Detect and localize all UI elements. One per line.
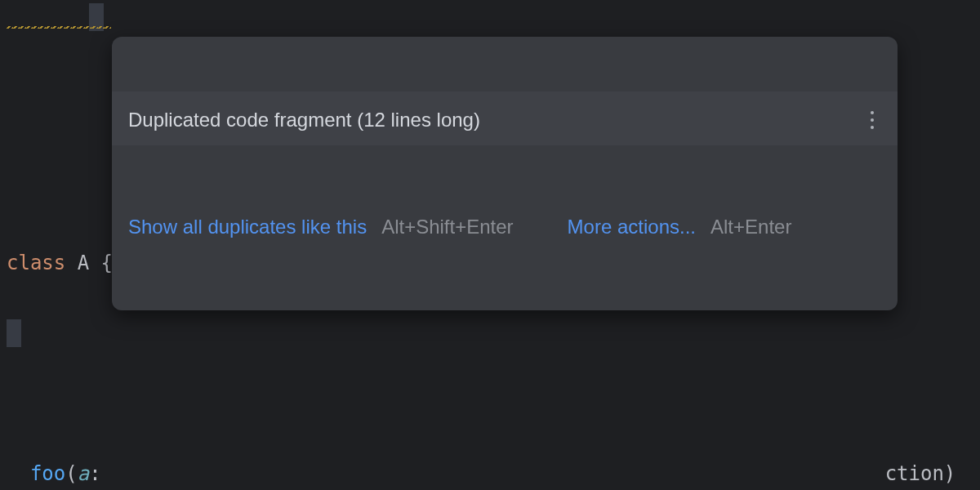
matching-brace-highlight — [7, 319, 21, 347]
show-duplicates-link[interactable]: Show all duplicates like this — [128, 213, 367, 241]
truncated-tail: ction) — [885, 462, 956, 485]
tooltip-title: Duplicated code fragment (12 lines long) — [128, 106, 480, 134]
warning-underline — [7, 26, 111, 29]
method-name: foo — [30, 462, 65, 485]
class-name: A — [78, 252, 89, 274]
keyword-class: class — [7, 252, 65, 274]
tooltip-header: Duplicated code fragment (12 lines long) — [112, 91, 898, 145]
more-options-icon[interactable] — [863, 109, 881, 131]
inspection-tooltip: Duplicated code fragment (12 lines long)… — [112, 37, 898, 310]
shortcut-label: Alt+Shift+Enter — [381, 213, 513, 241]
code-line: foo(a:ction) — [0, 457, 980, 490]
code-editor[interactable]: class A { foo(a:ction) cons cons console… — [0, 0, 980, 490]
shortcut-label: Alt+Enter — [710, 213, 791, 241]
more-actions-link[interactable]: More actions... — [568, 213, 696, 241]
tooltip-actions: Show all duplicates like this Alt+Shift+… — [112, 200, 898, 256]
open-brace: { — [101, 252, 113, 274]
